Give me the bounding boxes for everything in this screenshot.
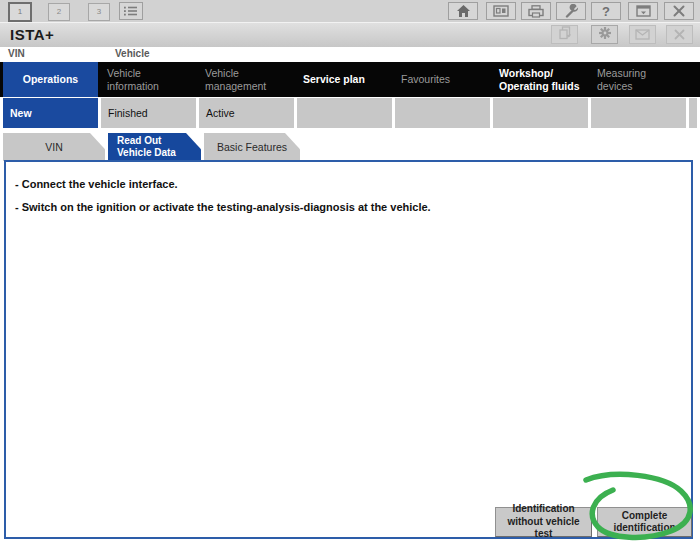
workspace-1-button[interactable]: 1 — [8, 2, 32, 22]
title-bar: ISTA+ — [0, 23, 700, 47]
close-icon — [674, 26, 685, 44]
submenu-edge-sliver — [689, 98, 697, 128]
submenu-item-empty — [493, 98, 588, 128]
envelope-icon — [635, 26, 650, 44]
vehicle-label: Vehicle — [115, 48, 149, 59]
mail-button — [629, 25, 656, 44]
submenu-item-empty — [591, 98, 686, 128]
settings-button[interactable] — [591, 25, 618, 44]
printer-icon — [528, 5, 544, 18]
gear-icon — [598, 26, 612, 44]
workspace-3-button[interactable]: 3 — [88, 3, 110, 21]
workspace-2-button[interactable]: 2 — [48, 3, 70, 21]
menu-item-vehicle-information[interactable]: Vehicle information — [101, 62, 196, 97]
sub-menu: New Finished Active — [0, 98, 700, 128]
submenu-item-empty — [297, 98, 392, 128]
top-toolbar: 1 2 3 — [0, 0, 700, 23]
tab-strip: VIN Read Out Vehicle Data Basic Features — [0, 133, 700, 161]
content-panel: - Connect the vehicle interface. - Switc… — [4, 160, 693, 539]
vin-label: VIN — [8, 48, 25, 59]
submenu-item-new[interactable]: New — [3, 98, 98, 128]
main-menu: Operations Vehicle information Vehicle m… — [0, 62, 700, 97]
menu-item-vehicle-management[interactable]: Vehicle management — [199, 62, 294, 97]
close-session-button — [666, 25, 693, 44]
session-list-icon — [124, 5, 138, 17]
dock-window-button[interactable] — [628, 2, 658, 20]
close-icon — [673, 5, 685, 17]
displays-button[interactable] — [486, 2, 516, 20]
tab-basic-features[interactable]: Basic Features — [204, 133, 300, 161]
submenu-item-empty — [395, 98, 490, 128]
tab-vin[interactable]: VIN — [3, 133, 105, 161]
dock-window-icon — [636, 5, 651, 17]
submenu-item-finished[interactable]: Finished — [101, 98, 196, 128]
complete-identification-button[interactable]: Complete identification — [597, 507, 692, 537]
home-icon — [456, 4, 471, 18]
menu-item-workshop-fluids[interactable]: Workshop/ Operating fluids — [493, 62, 588, 97]
identification-without-vehicle-test-button[interactable]: Identification without vehicle test — [495, 507, 592, 537]
wrench-button[interactable] — [556, 2, 586, 20]
tab-read-out-vehicle-data[interactable]: Read Out Vehicle Data — [108, 133, 201, 161]
close-app-button[interactable] — [664, 2, 694, 20]
session-list-button[interactable] — [119, 2, 143, 20]
printer-button[interactable] — [521, 2, 551, 20]
app-title: ISTA+ — [10, 26, 54, 43]
submenu-item-active[interactable]: Active — [199, 98, 294, 128]
copy-page-icon — [558, 26, 572, 44]
home-button[interactable] — [448, 2, 478, 20]
displays-icon — [493, 5, 509, 17]
instruction-switch-ignition: - Switch on the ignition or activate the… — [15, 201, 681, 213]
copy-page-button — [551, 25, 578, 44]
help-icon: ? — [602, 5, 610, 18]
menu-item-favourites[interactable]: Favourites — [395, 62, 490, 97]
menu-item-operations[interactable]: Operations — [3, 62, 98, 97]
menu-item-service-plan[interactable]: Service plan — [297, 62, 392, 97]
help-button[interactable]: ? — [591, 2, 621, 20]
wrench-icon — [564, 4, 579, 18]
instruction-connect-interface: - Connect the vehicle interface. — [15, 178, 681, 190]
identification-labels: VIN Vehicle — [0, 47, 700, 62]
menu-item-measuring-devices[interactable]: Measuring devices — [591, 62, 686, 97]
